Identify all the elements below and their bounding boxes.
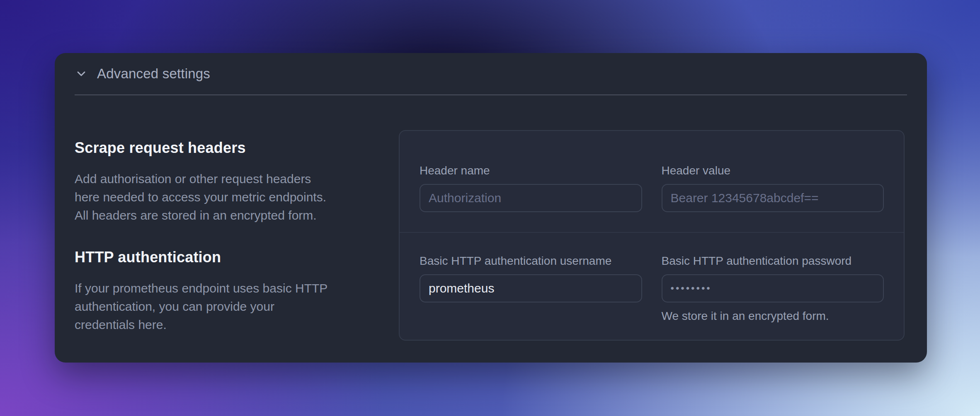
accordion-header[interactable]: Advanced settings <box>55 53 927 94</box>
username-field: Basic HTTP authentication username <box>420 254 642 323</box>
page-background: Advanced settings Scrape request headers… <box>0 0 980 416</box>
description-column: Scrape request headers Add authorisation… <box>75 139 335 341</box>
advanced-settings-card: Advanced settings Scrape request headers… <box>55 53 927 363</box>
request-headers-row: Header name Header value <box>400 131 904 233</box>
scrape-headers-description: Add authorisation or other request heade… <box>75 170 335 225</box>
header-name-label: Header name <box>420 163 642 178</box>
password-field: Basic HTTP authentication password We st… <box>662 254 884 323</box>
username-input[interactable] <box>420 274 642 302</box>
header-name-field: Header name <box>420 163 642 212</box>
basic-auth-row: Basic HTTP authentication username Basic… <box>400 233 904 339</box>
password-label: Basic HTTP authentication password <box>662 254 884 268</box>
header-name-input[interactable] <box>420 184 642 212</box>
http-auth-description: If your prometheus endpoint uses basic H… <box>75 279 335 334</box>
chevron-down-icon[interactable] <box>75 67 88 80</box>
header-value-field: Header value <box>662 163 884 212</box>
http-auth-heading: HTTP authentication <box>75 249 335 266</box>
password-helper-text: We store it in an encrypted form. <box>662 309 884 323</box>
header-value-label: Header value <box>662 163 884 178</box>
scrape-headers-heading: Scrape request headers <box>75 139 335 157</box>
username-label: Basic HTTP authentication username <box>420 254 642 268</box>
form-panel: Header name Header value Basic HTTP auth… <box>399 130 905 341</box>
password-input[interactable] <box>662 274 884 302</box>
header-value-input[interactable] <box>662 184 884 212</box>
settings-content: Scrape request headers Add authorisation… <box>55 95 927 341</box>
accordion-title: Advanced settings <box>97 66 210 82</box>
